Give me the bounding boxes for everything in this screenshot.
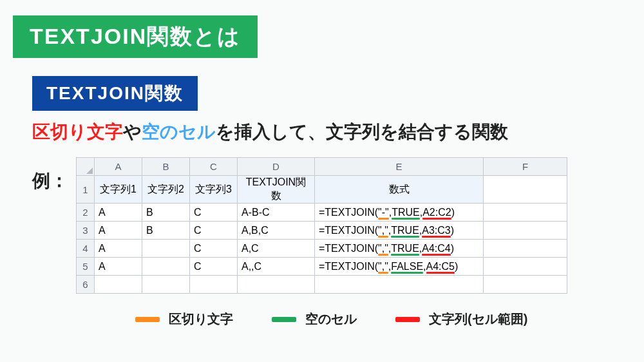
row-header: 1 <box>77 176 95 204</box>
cell: A-B-C <box>238 204 315 222</box>
cell <box>484 204 567 222</box>
formula-cell: =TEXTJOIN("-",TRUE,A2:C2) <box>315 204 484 222</box>
cell: A,,C <box>238 258 315 276</box>
cell: 文字列3 <box>190 176 238 204</box>
desc-delimiter: 区切り文字 <box>32 122 123 142</box>
table-row: 6 <box>77 276 567 294</box>
legend-label: 区切り文字 <box>169 310 233 328</box>
arg-ignore-empty: FALSE <box>391 261 423 272</box>
cell: C <box>190 258 238 276</box>
arg-ignore-empty: TRUE <box>391 243 419 254</box>
formula-part: =TEXTJOIN( <box>319 261 378 272</box>
subtitle: TEXTJOIN関数 <box>32 76 198 111</box>
arg-ignore-empty: TRUE <box>391 225 419 236</box>
formula-part: ) <box>455 261 458 272</box>
col-header: B <box>142 158 190 176</box>
col-header: E <box>315 158 484 176</box>
cell: C <box>190 204 238 222</box>
arg-delimiter: "," <box>378 261 388 272</box>
cell <box>142 276 190 294</box>
formula-part: =TEXTJOIN( <box>319 207 378 218</box>
cell: B <box>142 204 190 222</box>
select-all-corner <box>77 158 95 176</box>
formula-cell: =TEXTJOIN(",",TRUE,A4:C4) <box>315 240 484 258</box>
row-header: 5 <box>77 258 95 276</box>
description: 区切り文字や空のセルを挿入して、文字列を結合する関数 <box>32 120 644 144</box>
swatch-icon <box>272 317 296 322</box>
desc-text: を挿入して、文字列を結合する関数 <box>216 122 508 142</box>
desc-text: や <box>123 122 142 142</box>
cell: 文字列2 <box>142 176 190 204</box>
formula-part: =TEXTJOIN( <box>319 243 378 254</box>
arg-delimiter: "," <box>378 225 388 236</box>
example-label: 例： <box>32 157 68 193</box>
cell <box>484 176 567 204</box>
table-row: 2 A B C A-B-C =TEXTJOIN("-",TRUE,A2:C2) <box>77 204 567 222</box>
cell <box>95 276 142 294</box>
cell <box>142 240 190 258</box>
row-header: 2 <box>77 204 95 222</box>
arg-range: A4:C5 <box>426 261 455 272</box>
page-title: TEXTJOIN関数とは <box>13 15 258 58</box>
legend-item-empty: 空のセル <box>272 310 357 328</box>
cell <box>315 276 484 294</box>
arg-delimiter: "-" <box>378 207 389 218</box>
cell: A <box>95 204 142 222</box>
col-header: A <box>95 158 142 176</box>
arg-range: A3:C3 <box>422 225 450 236</box>
row-header: 3 <box>77 222 95 240</box>
col-header: C <box>190 158 238 176</box>
column-header-row: A B C D E F <box>77 158 567 176</box>
table-row: 4 A C A,C =TEXTJOIN(",",TRUE,A4:C4) <box>77 240 567 258</box>
formula-part: =TEXTJOIN( <box>319 225 378 236</box>
legend-item-range: 文字列(セル範囲) <box>395 310 527 328</box>
formula-part: ) <box>451 207 455 218</box>
legend-label: 空のセル <box>305 310 357 328</box>
legend-label: 文字列(セル範囲) <box>429 310 527 328</box>
cell: 数式 <box>315 176 484 204</box>
cell <box>190 276 238 294</box>
desc-empty: 空のセル <box>142 122 216 142</box>
formula-cell: =TEXTJOIN(",",TRUE,A3:C3) <box>315 222 484 240</box>
cell: C <box>190 240 238 258</box>
arg-ignore-empty: TRUE <box>392 207 420 218</box>
content: TEXTJOIN関数 区切り文字や空のセルを挿入して、文字列を結合する関数 例：… <box>0 58 644 328</box>
row-header: 4 <box>77 240 95 258</box>
cell <box>238 276 315 294</box>
cell: A <box>95 222 142 240</box>
cell: A <box>95 258 142 276</box>
spreadsheet: A B C D E F 1 文字列1 文字列2 文字列3 TEXTJOIN関数 … <box>76 157 567 294</box>
formula-cell: =TEXTJOIN(",",FALSE,A4:C5) <box>315 258 484 276</box>
arg-delimiter: "," <box>378 243 388 254</box>
cell: C <box>190 222 238 240</box>
arg-range: A2:C2 <box>422 207 451 218</box>
cell: B <box>142 222 190 240</box>
table-row: 5 A C A,,C =TEXTJOIN(",",FALSE,A4:C5) <box>77 258 567 276</box>
cell <box>484 240 567 258</box>
formula-part: ) <box>451 243 454 254</box>
cell: A,B,C <box>238 222 315 240</box>
row-header: 6 <box>77 276 95 294</box>
cell <box>484 276 567 294</box>
formula-part: ) <box>451 225 454 236</box>
table-row: 3 A B C A,B,C =TEXTJOIN(",",TRUE,A3:C3) <box>77 222 567 240</box>
col-header: F <box>484 158 567 176</box>
col-header: D <box>238 158 315 176</box>
cell: A,C <box>238 240 315 258</box>
cell: 文字列1 <box>95 176 142 204</box>
cell: TEXTJOIN関数 <box>238 176 315 204</box>
swatch-icon <box>395 317 420 322</box>
cell <box>484 258 567 276</box>
cell <box>484 222 567 240</box>
legend: 区切り文字 空のセル 文字列(セル範囲) <box>135 310 644 328</box>
table-row: 1 文字列1 文字列2 文字列3 TEXTJOIN関数 数式 <box>77 176 567 204</box>
cell <box>142 258 190 276</box>
legend-item-delimiter: 区切り文字 <box>135 310 233 328</box>
cell: A <box>95 240 142 258</box>
arg-range: A4:C4 <box>422 243 450 254</box>
swatch-icon <box>135 317 160 322</box>
